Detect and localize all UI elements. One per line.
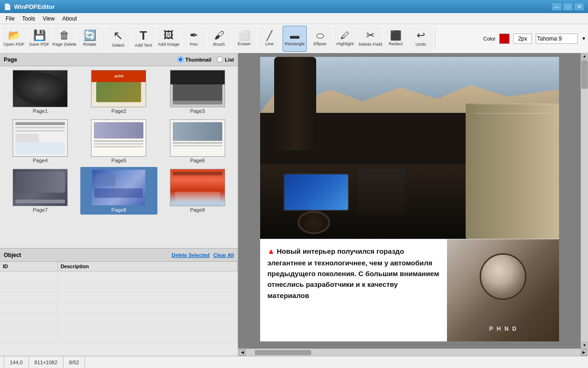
delete-field-label: Delete Field: [359, 42, 383, 47]
page-info-value: 8/52: [69, 360, 79, 365]
scroll-right-button[interactable]: ▶: [581, 349, 587, 356]
page-delete-icon: 🗑: [59, 30, 70, 41]
menu-about[interactable]: About: [58, 14, 80, 23]
rotate-button[interactable]: 🔄 Rotate: [78, 26, 102, 52]
eraser-button[interactable]: ⬜ Eraser: [232, 26, 256, 52]
pen-label: Pen: [190, 42, 198, 47]
page-thumbnail-5: [91, 119, 146, 157]
ellipse-icon: ⬭: [316, 31, 324, 40]
list-radio-input[interactable]: [217, 56, 223, 62]
scroll-thumb[interactable]: [581, 61, 588, 89]
scroll-track: [581, 60, 588, 342]
page-item-6[interactable]: Page6: [159, 118, 236, 165]
color-picker[interactable]: [499, 34, 510, 44]
rectangle-icon: ▬: [290, 31, 299, 40]
pen-button[interactable]: ✒ Pen: [182, 26, 206, 52]
save-pdf-label: Save PDF: [29, 42, 49, 47]
page-delete-button[interactable]: 🗑 Page Delete: [52, 26, 77, 52]
font-input[interactable]: [536, 34, 578, 44]
line-label: Line: [265, 41, 274, 46]
size-input[interactable]: [513, 34, 532, 44]
page-panel: Page Thumbnail List: [0, 53, 238, 249]
scroll-up-button[interactable]: ▲: [581, 53, 588, 60]
menu-bar: File Tools View About: [0, 13, 588, 24]
add-image-label: Add Image: [158, 42, 179, 47]
app-icon: 📄: [4, 3, 11, 10]
minimize-button[interactable]: —: [552, 2, 562, 11]
menu-file[interactable]: File: [2, 14, 18, 23]
add-image-icon: 🖼: [163, 30, 174, 41]
highlight-button[interactable]: 🖊 Highlight: [333, 26, 357, 52]
add-text-label: Add Text: [135, 42, 152, 48]
undo-label: Undo: [416, 42, 426, 47]
page-thumbnail-6: [170, 119, 225, 157]
page-item-1[interactable]: Page1: [2, 68, 78, 116]
font-dropdown-arrow[interactable]: ▼: [581, 36, 586, 41]
thumbnail-radio-label: Thumbnail: [185, 57, 212, 62]
select-button[interactable]: ↖ Select: [106, 26, 130, 52]
page-thumbnail-4: [13, 119, 68, 157]
table-row: [0, 282, 238, 292]
page-item-8[interactable]: Page8: [80, 167, 157, 215]
page-item-7[interactable]: Page7: [2, 167, 78, 215]
page-item-4[interactable]: Page4: [2, 118, 78, 165]
undo-icon: ↩: [417, 30, 425, 41]
pdf-horizontal-scrollbar[interactable]: ◀ ▶: [238, 348, 588, 356]
page-label-8: Page8: [112, 207, 127, 213]
highlight-icon: 🖊: [340, 31, 350, 40]
zoom-value: 144,0: [10, 360, 23, 365]
menu-tools[interactable]: Tools: [18, 14, 39, 23]
gear-image: PHND: [447, 239, 559, 341]
thumbnail-radio-input[interactable]: [177, 56, 184, 62]
line-button[interactable]: ╱ Line: [257, 26, 282, 52]
add-text-button[interactable]: T Add Text: [131, 26, 156, 52]
brush-button[interactable]: 🖌 Brush: [207, 26, 231, 52]
page-panel-header: Page Thumbnail List: [0, 53, 238, 66]
clear-all-link[interactable]: Clear All: [213, 252, 234, 258]
page-grid-container[interactable]: Page1 AUTO Page2: [0, 66, 238, 248]
menu-view[interactable]: View: [39, 14, 58, 23]
pdf-vertical-scrollbar[interactable]: ▲ ▼: [581, 53, 588, 348]
status-zoom: 144,0: [4, 356, 29, 368]
rectangle-button[interactable]: ▬ Rectangle: [283, 26, 307, 52]
save-pdf-button[interactable]: 💾 Save PDF: [27, 26, 51, 52]
page-item-5[interactable]: Page5: [80, 118, 157, 165]
page-item-2[interactable]: AUTO Page2: [80, 68, 157, 116]
view-radio-group: Thumbnail List: [177, 56, 234, 62]
objects-list: ID Description: [0, 262, 238, 343]
main-layout: Page Thumbnail List: [0, 53, 588, 356]
page-item-9[interactable]: Page9: [159, 167, 236, 215]
page-thumbnail-7: [13, 169, 68, 206]
hscroll-thumb[interactable]: [255, 350, 311, 355]
page-label-9: Page9: [190, 207, 205, 213]
delete-selected-link[interactable]: Delete Selected: [171, 252, 209, 258]
maximize-button[interactable]: □: [563, 2, 573, 11]
redact-button[interactable]: ⬛ Redact: [383, 26, 408, 52]
thumbnail-radio[interactable]: Thumbnail: [177, 56, 212, 62]
table-row: [0, 333, 238, 343]
undo-button[interactable]: ↩ Undo: [409, 26, 433, 52]
page-label-4: Page4: [33, 158, 48, 163]
delete-field-icon: ✂: [366, 30, 375, 41]
close-button[interactable]: ✕: [574, 2, 584, 11]
pdf-page: ▲ Новый интерьер получился гораздо элега…: [260, 57, 559, 341]
page-label-5: Page5: [112, 158, 127, 163]
list-radio[interactable]: List: [217, 56, 234, 62]
table-row: [0, 312, 238, 323]
title-bar-left: 📄 WinPDFEditor: [4, 3, 55, 10]
page-item-3[interactable]: Page3: [159, 68, 236, 116]
open-pdf-button[interactable]: 📂 Open PDF: [2, 26, 26, 52]
delete-field-button[interactable]: ✂ Delete Field: [358, 26, 383, 52]
select-label: Select: [112, 42, 124, 48]
scroll-down-button[interactable]: ▼: [581, 342, 588, 348]
pdf-scroll-area[interactable]: ▲ Новый интерьер получился гораздо элега…: [238, 53, 581, 348]
rotate-label: Rotate: [83, 42, 96, 47]
ellipse-button[interactable]: ⬭ Ellipse: [308, 26, 332, 52]
add-image-button[interactable]: 🖼 Add Image: [156, 26, 181, 52]
eraser-icon: ⬜: [239, 31, 250, 40]
add-text-icon: T: [140, 29, 147, 42]
scroll-left-button[interactable]: ◀: [239, 349, 246, 356]
eraser-label: Eraser: [238, 41, 251, 46]
table-row: [0, 302, 238, 312]
save-pdf-icon: 💾: [33, 30, 46, 41]
